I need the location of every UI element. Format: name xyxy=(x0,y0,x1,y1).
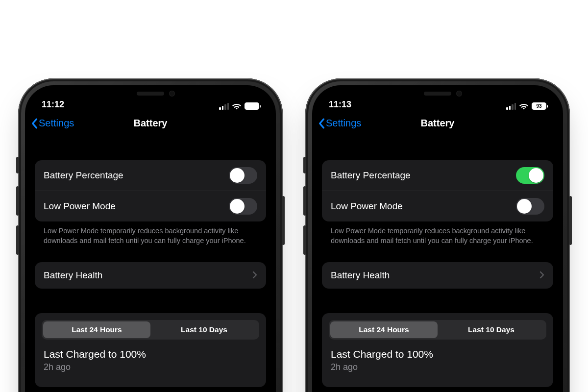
cellular-signal-icon xyxy=(219,103,229,110)
low-power-mode-toggle[interactable] xyxy=(516,198,544,215)
segment-last-10-days[interactable]: Last 10 Days xyxy=(150,321,258,338)
side-button-icon xyxy=(569,196,572,245)
screen: 11:13 93 Settings Battery xyxy=(312,85,563,392)
row-label: Battery Percentage xyxy=(44,170,123,181)
settings-group-power: Battery Percentage Low Power Mode xyxy=(35,160,266,221)
row-battery-health[interactable]: Battery Health xyxy=(35,262,266,289)
segment-last-10-days[interactable]: Last 10 Days xyxy=(438,321,545,338)
segment-last-24-hours[interactable]: Last 24 Hours xyxy=(43,321,150,338)
row-battery-percentage[interactable]: Battery Percentage xyxy=(322,160,553,191)
segment-last-24-hours[interactable]: Last 24 Hours xyxy=(330,321,438,338)
settings-group-power: Battery Percentage Low Power Mode xyxy=(322,160,553,221)
side-button-icon xyxy=(303,225,306,255)
chevron-right-icon xyxy=(539,269,544,282)
row-label: Low Power Mode xyxy=(44,201,116,212)
settings-group-health: Battery Health xyxy=(322,262,553,289)
row-low-power-mode[interactable]: Low Power Mode xyxy=(35,191,266,221)
status-time: 11:13 xyxy=(329,99,351,110)
wifi-icon xyxy=(232,103,242,110)
side-button-icon xyxy=(303,186,306,216)
notch xyxy=(106,85,195,102)
side-button-icon xyxy=(16,225,19,255)
wifi-icon xyxy=(519,103,529,110)
side-button-icon xyxy=(16,186,19,216)
notch xyxy=(393,85,482,102)
comparison-stage: 11:12 Settings Battery xyxy=(0,78,588,392)
battery-percent-label: 93 xyxy=(536,103,541,109)
low-power-mode-toggle[interactable] xyxy=(229,198,257,215)
row-label: Battery Health xyxy=(331,270,390,281)
settings-group-usage: Last 24 Hours Last 10 Days Last Charged … xyxy=(322,313,553,387)
row-battery-percentage[interactable]: Battery Percentage xyxy=(35,160,266,191)
screen: 11:12 Settings Battery xyxy=(25,85,276,392)
phone-frame-left: 11:12 Settings Battery xyxy=(18,78,283,392)
phone-frame-right: 11:13 93 Settings Battery xyxy=(305,78,570,392)
row-label: Low Power Mode xyxy=(331,201,403,212)
chevron-left-icon xyxy=(31,118,38,129)
chevron-right-icon xyxy=(252,269,257,282)
battery-percentage-toggle[interactable] xyxy=(516,167,544,184)
battery-icon: 93 xyxy=(532,102,546,110)
usage-segmented-control[interactable]: Last 24 Hours Last 10 Days xyxy=(42,320,259,340)
row-label: Battery Percentage xyxy=(331,170,411,181)
last-charged-title: Last Charged to 100% xyxy=(331,348,544,360)
last-charged-subtitle: 2h ago xyxy=(44,362,257,372)
side-button-icon xyxy=(16,157,19,173)
nav-bar: Settings Battery xyxy=(25,112,276,138)
settings-group-health: Battery Health xyxy=(35,262,266,289)
usage-segmented-control[interactable]: Last 24 Hours Last 10 Days xyxy=(329,320,546,340)
low-power-description: Low Power Mode temporarily reduces backg… xyxy=(35,221,266,245)
cellular-signal-icon xyxy=(506,103,516,110)
side-button-icon xyxy=(282,196,285,245)
back-button[interactable]: Settings xyxy=(31,118,74,129)
row-low-power-mode[interactable]: Low Power Mode xyxy=(322,191,553,221)
last-charged-subtitle: 2h ago xyxy=(331,362,544,372)
back-label: Settings xyxy=(326,118,361,129)
chevron-left-icon xyxy=(318,118,325,129)
status-time: 11:12 xyxy=(42,99,64,110)
side-button-icon xyxy=(303,157,306,173)
row-battery-health[interactable]: Battery Health xyxy=(322,262,553,289)
back-button[interactable]: Settings xyxy=(318,118,361,129)
battery-icon xyxy=(245,102,259,110)
nav-bar: Settings Battery xyxy=(312,112,563,138)
row-label: Battery Health xyxy=(44,270,102,281)
battery-percentage-toggle[interactable] xyxy=(229,167,257,184)
settings-group-usage: Last 24 Hours Last 10 Days Last Charged … xyxy=(35,313,266,387)
low-power-description: Low Power Mode temporarily reduces backg… xyxy=(322,221,553,245)
back-label: Settings xyxy=(39,118,74,129)
last-charged-title: Last Charged to 100% xyxy=(44,348,257,360)
